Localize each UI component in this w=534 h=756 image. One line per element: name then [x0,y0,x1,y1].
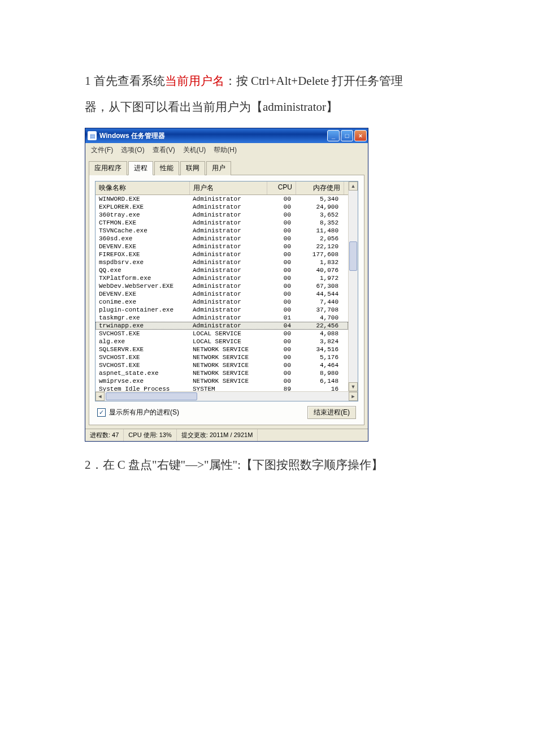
col-memory[interactable]: 内存使用 [296,182,344,195]
scroll-up-icon[interactable]: ▲ [349,182,358,191]
table-row[interactable]: SVCHOST.EXENETWORK SERVICE005,176 [95,353,348,361]
cell: 00 [266,266,294,274]
cell: Administrator [189,219,266,227]
table-row[interactable]: TSVNCache.exeAdministrator0011,480 [95,227,348,235]
show-all-users-label: 显示所有用户的进程(S) [109,408,179,417]
cell: CTFMON.EXE [95,219,189,227]
cell: WebDev.WebServer.EXE [95,282,189,290]
maximize-button[interactable]: □ [341,130,353,141]
table-row[interactable]: wmiprvse.exeNETWORK SERVICE006,148 [95,377,348,385]
table-row[interactable]: System Idle ProcessSYSTEM8916 [95,385,348,391]
table-row[interactable]: plugin-container.exeAdministrator0037,70… [95,306,348,314]
cell: Administrator [189,290,266,298]
cell: 8,980 [294,369,342,377]
cell: NETWORK SERVICE [189,361,266,369]
table-row[interactable]: trwinapp.exeAdministrator0422,456 [95,322,348,330]
cell: 24,900 [294,203,342,211]
cell: LOCAL SERVICE [189,338,266,345]
table-row[interactable]: FIREFOX.EXEAdministrator00177,608 [95,250,348,258]
cell: Administrator [189,266,266,274]
cell: 40,076 [294,266,342,274]
cell: 00 [266,203,294,211]
menu-view[interactable]: 查看(V) [149,144,179,156]
cell: TXPlatform.exe [95,274,189,282]
end-process-button[interactable]: 结束进程(E) [307,406,356,419]
table-row[interactable]: WINWORD.EXEAdministrator005,340 [95,195,348,203]
cell: 00 [266,330,294,338]
cell: 00 [266,353,294,361]
scroll-right-icon[interactable]: ► [349,392,358,401]
table-row[interactable]: EXPLORER.EXEAdministrator0024,900 [95,203,348,211]
titlebar[interactable]: ▤ Windows 任务管理器 _ □ × [85,128,368,143]
status-commit-charge: 提交更改: 2011M / 2921M [177,429,258,441]
step1-paragraph: 1 首先查看系统当前用户名：按 Ctrl+Alt+Delete 打开任务管理 器… [85,68,455,120]
col-cpu[interactable]: CPU [267,182,296,195]
resize-grip-icon[interactable] [359,429,368,441]
table-row[interactable]: WebDev.WebServer.EXEAdministrator0067,30… [95,282,348,290]
tab-processes[interactable]: 进程 [128,161,153,175]
table-row[interactable]: 360tray.exeAdministrator003,652 [95,211,348,219]
table-row[interactable]: SQLSERVR.EXENETWORK SERVICE0034,516 [95,345,348,353]
scroll-down-icon[interactable]: ▼ [349,382,358,391]
cell: 1,972 [294,274,342,282]
cell: 00 [266,345,294,353]
cell: Administrator [189,203,266,211]
table-row[interactable]: alg.exeLOCAL SERVICE003,824 [95,338,348,345]
column-headers[interactable]: 映像名称 用户名 CPU 内存使用 [95,182,348,195]
cell: 4,464 [294,361,342,369]
table-row[interactable]: TXPlatform.exeAdministrator001,972 [95,274,348,282]
cell: DEVENV.EXE [95,243,189,250]
cell: 360sd.exe [95,235,189,243]
table-row[interactable]: SVCHOST.EXENETWORK SERVICE004,464 [95,361,348,369]
col-image-name[interactable]: 映像名称 [95,182,190,195]
show-all-users-checkbox[interactable]: ✓ 显示所有用户的进程(S) [97,408,179,417]
vertical-scrollbar[interactable]: ▲ ▼ [348,182,358,391]
step1-highlight: 当前用户名 [165,74,224,88]
scroll-left-icon[interactable]: ◄ [95,392,105,401]
cell: 00 [266,377,294,385]
menu-file[interactable]: 文件(F) [88,144,116,156]
tab-applications[interactable]: 应用程序 [89,161,127,175]
table-row[interactable]: aspnet_state.exeNETWORK SERVICE008,980 [95,369,348,377]
step1-line2: 器，从下图可以看出当前用户为【administrator】 [85,100,338,114]
table-row[interactable]: 360sd.exeAdministrator002,056 [95,235,348,243]
menu-options[interactable]: 选项(O) [118,144,147,156]
scroll-thumb[interactable] [349,241,357,271]
table-row[interactable]: conime.exeAdministrator007,440 [95,298,348,306]
table-row[interactable]: SVCHOST.EXELOCAL SERVICE004,088 [95,330,348,338]
cell: 04 [266,322,294,330]
table-row[interactable]: DEVENV.EXEAdministrator0022,120 [95,243,348,250]
tab-performance[interactable]: 性能 [154,161,179,175]
hscroll-thumb[interactable] [106,392,197,400]
cell: mspdbsrv.exe [95,258,189,266]
cell: SVCHOST.EXE [95,361,189,369]
cell: taskmgr.exe [95,314,189,322]
minimize-button[interactable]: _ [327,130,340,141]
tab-users[interactable]: 用户 [206,161,231,175]
processes-panel: 映像名称 用户名 CPU 内存使用 WINWORD.EXEAdministrat… [89,175,364,425]
cell: 6,148 [294,377,342,385]
cell: NETWORK SERVICE [189,353,266,361]
table-row[interactable]: CTFMON.EXEAdministrator008,352 [95,219,348,227]
app-icon: ▤ [88,131,97,140]
table-row[interactable]: QQ.exeAdministrator0040,076 [95,266,348,274]
close-button[interactable]: × [354,130,367,141]
table-row[interactable]: taskmgr.exeAdministrator014,700 [95,314,348,322]
cell: Administrator [189,250,266,258]
cell: TSVNCache.exe [95,227,189,235]
cell: 22,456 [294,322,342,330]
menu-shutdown[interactable]: 关机(U) [180,144,210,156]
cell: aspnet_state.exe [95,369,189,377]
col-user-name[interactable]: 用户名 [190,182,267,195]
tab-networking[interactable]: 联网 [180,161,205,175]
cell: 34,516 [294,345,342,353]
horizontal-scrollbar[interactable]: ◄ ► [95,391,358,401]
table-row[interactable]: DEVENV.EXEAdministrator0044,544 [95,290,348,298]
cell: 360tray.exe [95,211,189,219]
cell: alg.exe [95,338,189,345]
process-rows[interactable]: WINWORD.EXEAdministrator005,340EXPLORER.… [95,195,348,391]
menu-help[interactable]: 帮助(H) [210,144,240,156]
process-list[interactable]: 映像名称 用户名 CPU 内存使用 WINWORD.EXEAdministrat… [95,181,358,401]
table-row[interactable]: mspdbsrv.exeAdministrator001,832 [95,258,348,266]
cell: Administrator [189,306,266,314]
